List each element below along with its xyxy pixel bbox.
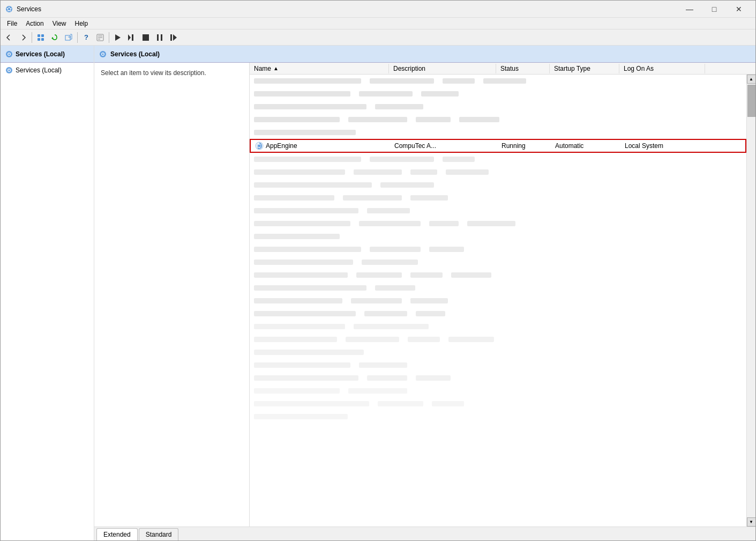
menu-file[interactable]: File [3,19,21,28]
blurred-row [250,372,746,384]
left-panel-tree: Services (Local) [1,63,94,540]
blurred-row [250,204,746,217]
col-header-description[interactable]: Description [389,64,496,73]
blurred-row [250,294,746,307]
start-button[interactable] [111,31,124,44]
blurred-row [250,384,746,397]
svg-rect-15 [143,34,149,41]
table-body[interactable]: AppEngine CompuTec A... Running Automati… [250,75,746,527]
minimize-button[interactable]: — [677,1,702,18]
blurred-row [250,217,746,230]
refresh-button[interactable] [48,31,61,44]
blurred-row [250,320,746,333]
svg-rect-7 [65,35,70,40]
main-panel: Services (Local) Select an item to view … [94,46,755,540]
scroll-thumb[interactable] [747,85,755,117]
help-button[interactable]: ? [80,31,93,44]
blurred-row [250,166,746,179]
tab-standard[interactable]: Standard [139,528,179,540]
sort-arrow: ▲ [273,65,279,71]
row-desc-cell: CompuTec A... [390,141,497,151]
svg-rect-5 [41,38,44,41]
blurred-row [250,87,746,100]
toolbar: ? [1,29,755,46]
tree-item-label: Services (Local) [16,66,62,74]
description-panel: Select an item to view its description. [94,63,250,527]
blurred-row [250,333,746,346]
blurred-row [250,359,746,372]
table-body-container: AppEngine CompuTec A... Running Automati… [250,75,755,527]
service-icon [255,142,264,150]
view-button[interactable] [34,31,47,44]
blurred-row [250,179,746,191]
table-area: Name ▲ Description Status Startup Type [250,63,755,527]
row-name-cell: AppEngine [251,140,390,151]
app-icon [5,5,13,13]
table-header: Name ▲ Description Status Startup Type [250,63,755,75]
blurred-row [250,153,746,166]
svg-point-28 [102,53,104,55]
forward-button[interactable] [17,31,29,44]
blurred-row [250,191,746,204]
tree-item-icon [5,66,13,75]
col-header-logon[interactable]: Log On As [619,64,705,73]
col-header-name[interactable]: Name ▲ [250,64,389,73]
left-panel-icon [5,50,13,58]
services-window: Services — □ ✕ File Action View Help [0,0,756,541]
row-logon-cell: Local System [620,141,706,151]
tree-item-services-local[interactable]: Services (Local) [3,65,92,76]
blurred-row [250,307,746,320]
menu-action[interactable]: Action [21,19,48,28]
svg-marker-13 [128,34,131,41]
main-panel-header: Services (Local) [94,46,755,63]
svg-point-1 [8,8,10,10]
row-status-cell: Running [497,141,551,151]
maximize-button[interactable]: □ [702,1,727,18]
blurred-rows-before [250,75,746,139]
highlighted-row[interactable]: AppEngine CompuTec A... Running Automati… [250,139,746,153]
toolbar-sep-3 [109,32,109,43]
scroll-track[interactable] [747,84,755,517]
description-text: Select an item to view its description. [101,69,206,77]
export-button[interactable] [62,31,75,44]
blurred-row [250,113,746,126]
blurred-row [250,126,746,139]
tab-extended[interactable]: Extended [96,528,138,540]
col-header-status[interactable]: Status [496,64,550,73]
menu-bar: File Action View Help [1,18,755,29]
svg-rect-3 [41,34,44,37]
window-title: Services [17,5,677,13]
blurred-rows-after [250,153,746,475]
properties-button[interactable] [94,31,107,44]
blurred-row [250,269,746,281]
menu-view[interactable]: View [48,19,71,28]
svg-rect-2 [38,34,40,37]
left-panel-title: Services (Local) [16,50,65,58]
close-button[interactable]: ✕ [727,1,751,18]
scrollbar[interactable]: ▲ ▼ [746,75,755,527]
scroll-up-button[interactable]: ▲ [747,75,756,84]
restart-button[interactable] [167,31,180,44]
back-button[interactable] [3,31,16,44]
menu-help[interactable]: Help [71,19,93,28]
blurred-row [250,230,746,243]
pause-button[interactable] [153,31,166,44]
col-header-startup[interactable]: Startup Type [550,64,619,73]
svg-rect-18 [170,34,172,41]
svg-rect-16 [157,34,159,41]
blurred-row [250,281,746,294]
left-panel-header: Services (Local) [1,46,94,63]
toolbar-sep-1 [32,32,32,43]
svg-marker-12 [115,34,121,41]
window-controls: — □ ✕ [677,1,751,18]
blurred-row [250,256,746,269]
stop-button[interactable] [139,31,152,44]
start-paused-button[interactable] [125,31,138,44]
scroll-down-button[interactable]: ▼ [747,517,756,527]
svg-rect-4 [38,38,40,41]
blurred-row [250,100,746,113]
main-panel-icon [99,50,107,58]
title-bar: Services — □ ✕ [1,1,755,18]
content-area: Services (Local) Services (Local) [1,46,755,540]
bottom-tabs: Extended Standard [94,527,755,540]
